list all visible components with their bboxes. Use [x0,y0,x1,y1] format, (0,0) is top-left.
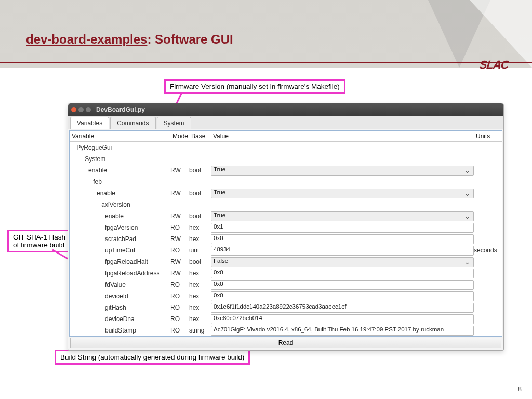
variable-name: gitHash [105,304,126,311]
value-field[interactable]: 0xc80c072beb014 [211,314,474,324]
mode-cell: RO [170,292,189,300]
value-combo[interactable]: True [211,189,474,198]
mode-cell: RO [170,327,189,334]
variable-name: enable [105,212,124,220]
base-cell: string [189,327,211,334]
variable-name: scratchPad [105,235,136,243]
close-icon[interactable] [71,107,76,112]
branch-label: System [85,155,105,163]
units-cell: seconds [474,247,502,254]
value-field[interactable]: 0x0 [211,280,474,290]
variable-name: buildStamp [105,327,136,334]
maximize-icon[interactable] [86,107,91,112]
tree-system[interactable]: - System [70,153,502,165]
window-title: DevBoardGui.py [96,106,145,113]
row-system-enable: enableRWboolTrue [70,165,502,176]
base-cell: bool [189,190,211,197]
collapse-icon[interactable]: - [80,155,84,163]
value-combo[interactable]: False [211,257,474,267]
mode-cell: RO [170,315,189,323]
mode-cell: RW [170,167,189,174]
variable-name: fpgaReloadHalt [105,258,148,265]
header-mode: Mode [170,131,189,141]
mode-cell: RO [170,304,189,311]
mode-cell: RW [170,190,189,197]
row-feb-enable: enableRWboolTrue [70,188,502,199]
row-fpgaVersion: fpgaVersionROhex0x1 [70,222,502,233]
tab-bar: Variables Commands System [68,116,503,129]
variable-name: enable [88,167,107,174]
titlebar: DevBoardGui.py [68,103,503,116]
read-button[interactable]: Read [70,338,501,348]
mode-cell: RW [170,270,189,277]
slac-logo: SLAC [479,59,510,71]
row-fpgaReloadAddress: fpgaReloadAddressRWhex0x0 [70,268,502,279]
slide-title: dev-board-examples: Software GUI [26,32,233,47]
variable-name: fpgaReloadAddress [105,270,159,277]
base-cell: bool [189,212,211,220]
header-units: Units [474,131,502,141]
base-cell: hex [189,270,211,277]
minimize-icon[interactable] [78,107,84,112]
row-upTimeCnt: upTimeCntROuint48934seconds [70,245,502,256]
value-combo[interactable]: True [211,166,474,176]
tab-variables[interactable]: Variables [70,117,109,129]
variable-name: enable [97,190,115,197]
row-enable: enableRWboolTrue [70,210,502,222]
mode-cell: RW [170,212,189,220]
base-cell: hex [189,235,211,243]
base-cell: hex [189,281,211,288]
callout-build-string: Build String (automatically generated du… [55,350,250,365]
collapse-icon[interactable]: - [88,178,92,185]
tree-axiversion[interactable]: - axiVersion [70,199,502,210]
base-cell: bool [189,167,211,174]
base-cell: bool [189,258,211,265]
header-base: Base [189,131,211,141]
value-field[interactable]: 48934 [211,246,474,256]
branch-label: PyRogueGui [76,144,112,151]
tab-system[interactable]: System [157,117,191,129]
row-scratchPad: scratchPadRWhex0x0 [70,233,502,245]
branch-label: axiVersion [101,201,130,208]
tree-feb[interactable]: - feb [70,176,502,188]
collapse-icon[interactable]: - [72,144,75,151]
variable-name: deviceDna [105,315,135,323]
mode-cell: RW [170,235,189,243]
row-fpgaReloadHalt: fpgaReloadHaltRWboolFalse [70,256,502,268]
row-deviceId: deviceIdROhex0x0 [70,290,502,302]
variables-panel: Variable Mode Base Value Units - PyRogue… [69,130,502,337]
value-field[interactable]: 0x0 [211,291,474,301]
row-fdValue: fdValueROhex0x0 [70,279,502,290]
header-value: Value [211,131,474,141]
base-cell: hex [189,304,211,311]
variable-name: deviceId [105,292,128,300]
row-gitHash: gitHashROhex0x1e6f1f1ddc140a223a8922c367… [70,302,502,313]
value-field[interactable]: 0x1e6f1f1ddc140a223a8922c36753cad3aaeec1… [211,303,474,313]
variable-name: upTimeCnt [105,247,135,254]
column-headers: Variable Mode Base Value Units [70,131,502,142]
value-field[interactable]: 0x0 [211,234,474,244]
tab-commands[interactable]: Commands [110,117,155,129]
base-cell: hex [189,292,211,300]
mode-cell: RO [170,281,189,288]
row-deviceDna: deviceDnaROhex0xc80c072beb014 [70,313,502,325]
base-cell: hex [189,315,211,323]
header-variable: Variable [70,131,170,141]
page-number: 8 [518,385,522,393]
app-window: DevBoardGui.py Variables Commands System… [68,103,504,351]
base-cell: hex [189,224,211,231]
branch-label: feb [93,178,102,185]
value-combo[interactable]: True [211,211,474,221]
value-field[interactable]: 0x0 [211,269,474,278]
mode-cell: RO [170,224,189,231]
row-buildStamp: buildStampROstringAc701GigE: Vivado v201… [70,325,502,336]
mode-cell: RO [170,247,189,254]
value-field[interactable]: Ac701GigE: Vivado v2016.4, x86_64, Built… [211,326,474,336]
value-field[interactable]: 0x1 [211,223,474,233]
mode-cell: RW [170,258,189,265]
collapse-icon[interactable]: - [97,201,100,208]
tree-root[interactable]: - PyRogueGui [70,142,502,153]
variable-name: fpgaVersion [105,224,138,231]
variable-name: fdValue [105,281,126,288]
base-cell: uint [189,247,211,254]
